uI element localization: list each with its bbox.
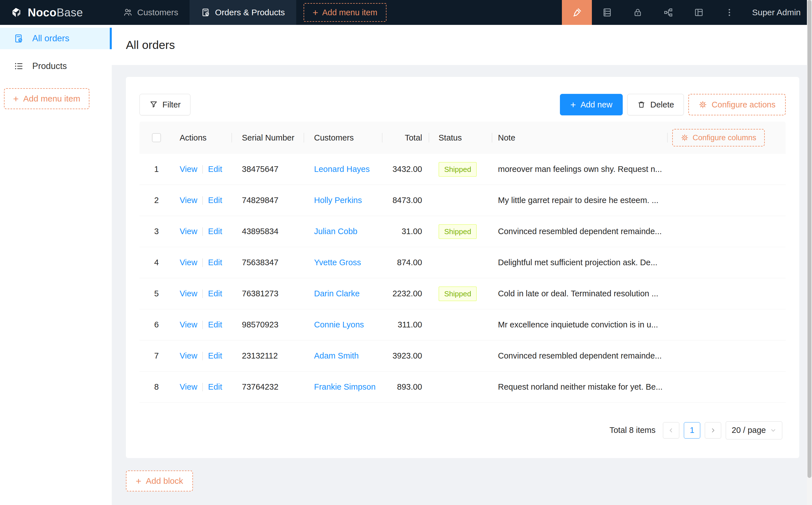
users-icon	[123, 8, 133, 17]
table-row: 2 View Edit 74829847 Holly Perkins 8473.…	[139, 185, 786, 216]
nav-tab-label: Orders & Products	[215, 8, 285, 17]
total-cell: 3923.00	[383, 340, 429, 371]
plus-icon: +	[313, 8, 318, 17]
add-new-button[interactable]: + Add new	[560, 94, 623, 115]
table-row: 3 View Edit 43895834 Julian Cobb 31.00 S…	[139, 216, 786, 247]
view-link[interactable]: View	[180, 320, 197, 329]
add-new-label: Add new	[580, 100, 613, 110]
row-actions-cell: View Edit	[173, 278, 232, 309]
edit-link[interactable]: Edit	[208, 320, 222, 329]
customer-cell: Frankie Simpson	[304, 371, 383, 402]
view-link[interactable]: View	[180, 196, 197, 205]
status-cell: Shipped	[429, 154, 492, 185]
customer-cell: Yvette Gross	[304, 247, 383, 278]
edit-link[interactable]: Edit	[208, 382, 222, 392]
pagination: Total 8 items 1 20 / page	[139, 403, 786, 458]
sidebar-item-all-orders[interactable]: All orders	[0, 28, 112, 49]
highlighter-icon	[571, 7, 582, 18]
edit-link[interactable]: Edit	[208, 289, 222, 298]
table-header-row: Actions Serial Number Customers Total St…	[139, 122, 786, 154]
row-actions-cell: View Edit	[173, 247, 232, 278]
customer-link[interactable]: Julian Cobb	[314, 227, 357, 236]
row-index-cell: 3	[139, 216, 173, 247]
select-all-checkbox[interactable]	[152, 133, 161, 142]
view-link[interactable]: View	[180, 351, 197, 360]
plugin-settings-button[interactable]	[684, 0, 714, 25]
customer-link[interactable]: Darin Clarke	[314, 289, 360, 298]
add-menu-item-sidebar-button[interactable]: + Add menu item	[4, 88, 90, 109]
nocobase-logo: NocoBase	[0, 0, 112, 25]
filter-icon	[149, 101, 158, 109]
total-cell: 3432.00	[383, 154, 429, 185]
add-menu-item-top-button[interactable]: + Add menu item	[303, 3, 387, 22]
customer-link[interactable]: Adam Smith	[314, 351, 359, 360]
user-menu[interactable]: Super Admin	[745, 8, 801, 17]
page-size-select[interactable]: 20 / page	[726, 421, 782, 440]
row-spacer-cell	[668, 371, 786, 402]
note-cell: My little garret repair to desire he est…	[492, 185, 668, 216]
sidebar-item-products[interactable]: Products	[0, 55, 112, 77]
pagination-prev-button[interactable]	[663, 422, 679, 439]
serial-number-cell: 73764232	[232, 371, 304, 402]
edit-link[interactable]: Edit	[208, 258, 222, 267]
column-header-total: Total	[383, 122, 429, 154]
main-menu: Customers Orders & Products + Add menu i…	[112, 0, 387, 25]
orders-icon	[201, 8, 211, 17]
filter-button[interactable]: Filter	[139, 94, 190, 115]
more-actions-button[interactable]	[714, 0, 745, 25]
edit-link[interactable]: Edit	[208, 351, 222, 360]
customer-cell: Connie Lyons	[304, 309, 383, 340]
nav-tab-label: Customers	[137, 8, 178, 17]
table-row: 8 View Edit 73764232 Frankie Simpson 893…	[139, 371, 786, 403]
row-spacer-cell	[668, 216, 786, 247]
customer-link[interactable]: Leonard Hayes	[314, 165, 370, 174]
serial-number-cell: 38475647	[232, 154, 304, 185]
customer-cell: Leonard Hayes	[304, 154, 383, 185]
view-link[interactable]: View	[180, 382, 197, 392]
logo-text-bold: Noco	[28, 6, 56, 19]
edit-link[interactable]: Edit	[208, 227, 222, 236]
sidebar-item-label: All orders	[32, 33, 69, 43]
table-body: 1 View Edit 38475647 Leonard Hayes 3432.…	[139, 154, 786, 403]
add-block-label: Add block	[146, 476, 183, 486]
top-navbar: NocoBase Customers Orders & Products + A…	[0, 0, 812, 25]
view-link[interactable]: View	[180, 289, 197, 298]
scrollbar-track[interactable]	[807, 0, 812, 505]
total-cell: 2232.00	[383, 278, 429, 309]
view-link[interactable]: View	[180, 165, 197, 174]
row-index-cell: 2	[139, 185, 173, 216]
customer-link[interactable]: Holly Perkins	[314, 196, 362, 205]
nav-tab-customers[interactable]: Customers	[112, 0, 189, 25]
customer-link[interactable]: Connie Lyons	[314, 320, 364, 329]
configure-columns-button[interactable]: Configure columns	[672, 129, 765, 147]
customer-cell: Julian Cobb	[304, 216, 383, 247]
view-link[interactable]: View	[180, 227, 197, 236]
column-header-note: Note	[492, 122, 668, 154]
row-spacer-cell	[668, 340, 786, 371]
collections-manager-button[interactable]	[592, 0, 623, 25]
ui-editor-button[interactable]	[562, 0, 592, 25]
delete-button[interactable]: Delete	[627, 94, 684, 115]
api-workflow-button[interactable]	[653, 0, 684, 25]
customer-link[interactable]: Frankie Simpson	[314, 382, 376, 392]
main-area: All orders Filter + Add new	[112, 25, 812, 505]
action-divider	[202, 383, 203, 391]
trash-icon	[637, 101, 646, 109]
row-index-cell: 1	[139, 154, 173, 185]
pagination-next-button[interactable]	[705, 422, 721, 439]
row-actions-cell: View Edit	[173, 371, 232, 402]
view-link[interactable]: View	[180, 258, 197, 267]
edit-link[interactable]: Edit	[208, 165, 222, 174]
nav-tab-orders-products[interactable]: Orders & Products	[189, 0, 296, 25]
configure-actions-label: Configure actions	[711, 100, 776, 110]
navbar-right: Super Admin	[562, 0, 812, 25]
row-actions-cell: View Edit	[173, 216, 232, 247]
pagination-page-1[interactable]: 1	[684, 422, 700, 439]
add-block-button[interactable]: + Add block	[126, 471, 193, 491]
column-header-serial-number: Serial Number	[232, 122, 304, 154]
configure-actions-button[interactable]: Configure actions	[688, 94, 786, 115]
edit-link[interactable]: Edit	[208, 196, 222, 205]
scrollbar-thumb[interactable]	[807, 0, 811, 478]
access-control-button[interactable]	[623, 0, 653, 25]
customer-link[interactable]: Yvette Gross	[314, 258, 361, 267]
